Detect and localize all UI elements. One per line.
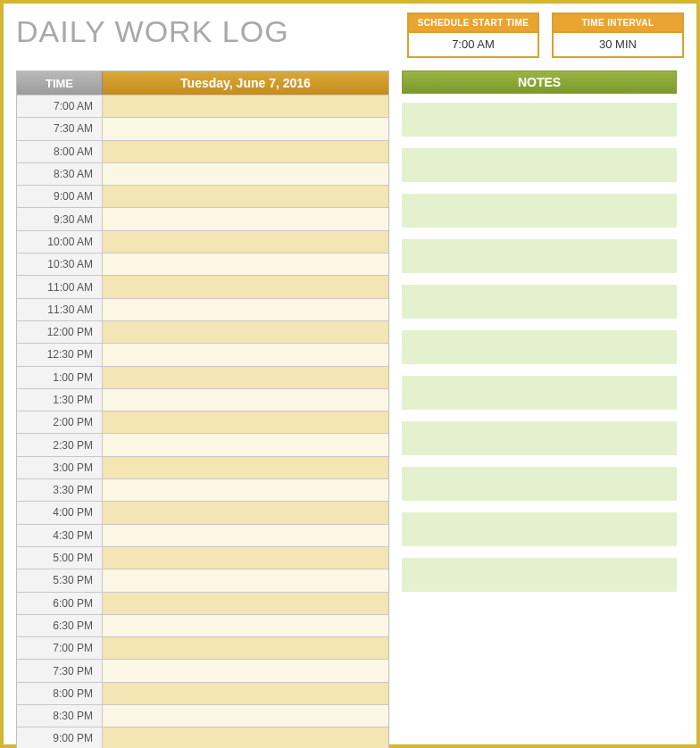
page-frame: DAILY WORK LOG SCHEDULE START TIME 7:00 … [0,0,700,748]
note-block[interactable] [402,558,677,592]
entry-cell[interactable] [103,163,388,185]
time-cell: 7:00 PM [17,637,103,659]
notes-column: NOTES [402,71,677,748]
schedule-row: 10:00 AM [17,230,388,253]
schedule-row: 1:00 PM [17,366,388,388]
time-cell: 8:30 PM [17,705,103,727]
start-time-value[interactable]: 7:00 AM [409,33,538,56]
schedule-row: 7:30 AM [17,117,388,139]
note-block[interactable] [402,285,677,319]
entry-cell[interactable] [103,299,388,320]
date-column-header: Tuesday, June 7, 2016 [103,71,388,95]
schedule-row: 2:00 PM [17,411,388,433]
entry-cell[interactable] [103,547,388,569]
entry-cell[interactable] [103,615,388,636]
entry-cell[interactable] [103,525,388,546]
entry-cell[interactable] [103,705,388,727]
interval-box: TIME INTERVAL 30 MIN [552,12,684,58]
entry-cell[interactable] [103,253,388,275]
entry-cell[interactable] [103,208,388,229]
note-block[interactable] [402,330,677,364]
entry-cell[interactable] [103,434,388,455]
entry-cell[interactable] [103,479,388,501]
interval-label: TIME INTERVAL [554,14,682,33]
schedule-row: 11:30 AM [17,298,388,320]
entry-cell[interactable] [103,593,388,614]
entry-cell[interactable] [103,637,388,659]
entry-cell[interactable] [103,321,388,343]
entry-cell[interactable] [103,457,388,478]
time-cell: 7:30 AM [17,118,103,139]
schedule-row: 8:00 PM [17,682,388,704]
entry-cell[interactable] [103,683,388,704]
schedule-row: 12:30 PM [17,343,388,365]
time-cell: 7:00 AM [17,96,103,117]
time-cell: 10:30 AM [17,253,103,275]
schedule-row: 9:00 PM [17,727,388,748]
schedule-row: 4:00 PM [17,501,388,523]
time-cell: 2:30 PM [17,434,103,455]
entry-cell[interactable] [103,660,388,681]
schedule-row: 2:30 PM [17,433,388,455]
time-cell: 8:00 PM [17,683,103,704]
entry-cell[interactable] [103,569,388,591]
topbar: DAILY WORK LOG SCHEDULE START TIME 7:00 … [16,12,684,58]
start-time-label: SCHEDULE START TIME [409,14,538,33]
entry-cell[interactable] [103,502,388,523]
time-cell: 8:00 AM [17,141,103,162]
note-block[interactable] [402,194,677,228]
time-cell: 5:30 PM [17,569,103,591]
entry-cell[interactable] [103,118,388,139]
schedule-row: 5:00 PM [17,546,388,569]
entry-cell[interactable] [103,344,388,365]
meta-boxes: SCHEDULE START TIME 7:00 AM TIME INTERVA… [407,12,684,58]
schedule-row: 8:00 AM [17,140,388,162]
entry-cell[interactable] [103,367,388,388]
time-cell: 3:30 PM [17,479,103,501]
time-cell: 9:00 AM [17,186,103,207]
note-block[interactable] [402,421,677,455]
time-cell: 6:00 PM [17,593,103,614]
schedule-row: 8:30 PM [17,704,388,727]
time-cell: 8:30 AM [17,163,103,185]
time-cell: 1:30 PM [17,389,103,411]
time-cell: 3:00 PM [17,457,103,478]
note-block[interactable] [402,467,677,501]
entry-cell[interactable] [103,141,388,162]
time-cell: 9:30 AM [17,208,103,229]
page-title: DAILY WORK LOG [16,12,289,49]
entry-cell[interactable] [103,727,388,748]
notes-stack [402,94,677,592]
note-block[interactable] [402,376,677,410]
time-cell: 11:00 AM [17,276,103,297]
entry-cell[interactable] [103,389,388,411]
schedule-rows: 7:00 AM7:30 AM8:00 AM8:30 AM9:00 AM9:30 … [17,95,388,748]
entry-cell[interactable] [103,96,388,117]
schedule-row: 4:30 PM [17,524,388,546]
time-cell: 2:00 PM [17,411,103,433]
schedule-row: 3:30 PM [17,478,388,501]
schedule-row: 11:00 AM [17,275,388,297]
entry-cell[interactable] [103,231,388,253]
time-cell: 5:00 PM [17,547,103,569]
note-block[interactable] [402,512,677,546]
note-block[interactable] [402,148,677,182]
notes-header: NOTES [402,71,677,94]
schedule-row: 8:30 AM [17,162,388,185]
schedule-row: 12:00 PM [17,320,388,343]
time-cell: 12:30 PM [17,344,103,365]
entry-cell[interactable] [103,186,388,207]
schedule-row: 7:00 PM [17,636,388,659]
interval-value[interactable]: 30 MIN [554,33,682,56]
columns: TIME Tuesday, June 7, 2016 7:00 AM7:30 A… [16,71,684,748]
entry-cell[interactable] [103,411,388,433]
schedule-row: 9:00 AM [17,185,388,207]
schedule-row: 3:00 PM [17,456,388,478]
note-block[interactable] [402,239,677,273]
time-cell: 1:00 PM [17,367,103,388]
note-block[interactable] [402,103,677,137]
entry-cell[interactable] [103,276,388,297]
time-cell: 4:00 PM [17,502,103,523]
schedule-head: TIME Tuesday, June 7, 2016 [17,71,388,95]
schedule-row: 10:30 AM [17,253,388,275]
